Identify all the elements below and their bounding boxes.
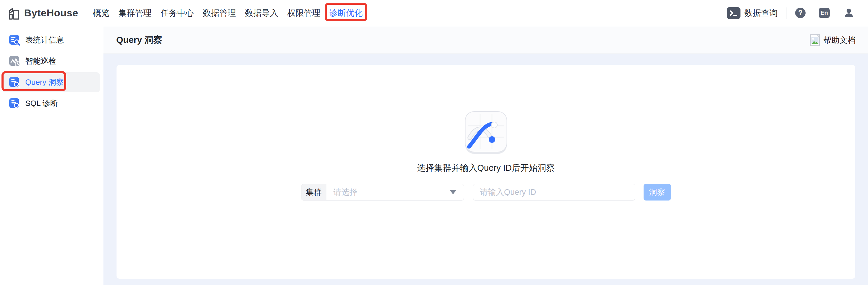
query-insight-doc-search-icon: [9, 77, 21, 88]
sidebar-item-sql-diagnosis[interactable]: SQL 诊断: [0, 93, 103, 114]
inspection-trend-clock-icon: [9, 55, 21, 67]
insight-form: 集群 请选择 洞察: [301, 184, 671, 200]
insight-submit-button[interactable]: 洞察: [644, 184, 671, 200]
sidebar-item-smart-inspection[interactable]: 智能巡检: [0, 51, 103, 72]
sidebar-item-query-insight[interactable]: Query 洞察: [0, 72, 103, 93]
bytehouse-logo[interactable]: ByteHouse: [8, 6, 78, 20]
sidebar-item-label: 表统计信息: [25, 35, 64, 45]
nav-item-cluster-management[interactable]: 集群管理: [118, 7, 152, 19]
query-id-input[interactable]: [473, 184, 635, 200]
cluster-select-placeholder: 请选择: [334, 187, 358, 198]
help-question-icon[interactable]: ?: [795, 8, 806, 18]
nav-item-diagnosis-optimization[interactable]: 诊断优化: [329, 7, 363, 19]
data-query-button[interactable]: 数据查询: [727, 7, 778, 19]
primary-nav: 概览 集群管理 任务中心 数据管理 数据导入 权限管理 诊断优化: [92, 7, 363, 19]
nav-item-label: 诊断优化: [329, 8, 363, 18]
page-header: Query 洞察 帮助文档: [103, 27, 868, 54]
nav-item-data-management[interactable]: 数据管理: [202, 7, 237, 19]
nav-item-overview[interactable]: 概览: [92, 7, 110, 19]
top-navigation-bar: ByteHouse 概览 集群管理 任务中心 数据管理 数据导入 权限管理 诊断…: [0, 0, 868, 26]
topnav-right-actions: 数据查询 ? En: [727, 7, 854, 19]
nav-item-data-import[interactable]: 数据导入: [244, 7, 279, 19]
cluster-select[interactable]: 请选择: [327, 184, 464, 200]
table-stats-search-icon: [9, 34, 21, 46]
help-doc-link[interactable]: 帮助文档: [810, 34, 856, 46]
user-avatar-icon[interactable]: [843, 7, 854, 19]
data-query-label: 数据查询: [744, 7, 778, 19]
broken-image-icon: [810, 34, 820, 46]
nav-item-task-center[interactable]: 任务中心: [160, 7, 194, 19]
language-en-icon[interactable]: En: [819, 8, 830, 18]
page-title: Query 洞察: [116, 34, 162, 46]
sidebar-item-label: SQL 诊断: [25, 98, 58, 109]
main-content: Query 洞察 帮助文档: [103, 27, 868, 285]
help-doc-label: 帮助文档: [824, 35, 856, 46]
vertical-divider: [786, 7, 787, 19]
query-insight-card: 选择集群并输入Query ID后开始洞察 集群 请选择 洞察: [117, 65, 855, 279]
nav-item-permission-management[interactable]: 权限管理: [286, 7, 321, 19]
sidebar: 表统计信息 智能巡检: [0, 27, 103, 285]
sidebar-item-table-stats[interactable]: 表统计信息: [0, 29, 103, 51]
sidebar-item-label: Query 洞察: [25, 77, 64, 87]
brand-name: ByteHouse: [24, 7, 78, 19]
cluster-addon-label: 集群: [302, 184, 327, 200]
content-area: 选择集群并输入Query ID后开始洞察 集群 请选择 洞察: [103, 54, 868, 285]
bytehouse-console-page: ByteHouse 概览 集群管理 任务中心 数据管理 数据导入 权限管理 诊断…: [0, 0, 868, 285]
empty-state-hint: 选择集群并输入Query ID后开始洞察: [417, 162, 555, 174]
cluster-select-group: 集群 请选择: [301, 184, 464, 200]
terminal-icon: [727, 7, 741, 19]
line-chart-tile-icon: [463, 110, 508, 155]
building-logo-icon: [8, 6, 21, 20]
caret-down-icon: [450, 190, 456, 194]
sql-diagnosis-doc-search-icon: [9, 97, 21, 110]
sidebar-item-label: 智能巡检: [25, 56, 56, 66]
